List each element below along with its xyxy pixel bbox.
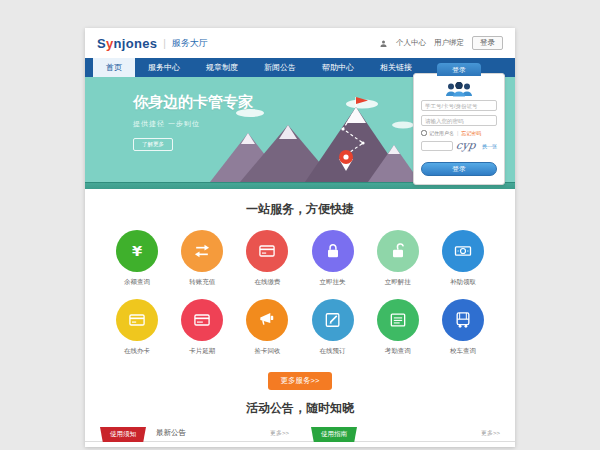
svg-text:¥: ¥ [132,242,143,259]
remember-label: 记住用户名 [429,130,454,136]
megaphone-icon[interactable] [246,299,288,341]
latest-announcements-tab[interactable]: 最新公告 [156,428,186,441]
service-item-balance[interactable]: ¥ 余额查询 [109,230,165,287]
service-label: 立即挂失 [305,278,361,287]
captcha-image[interactable]: cyp [455,139,476,152]
service-label: 在线办卡 [109,347,165,356]
service-item-attendance[interactable]: 考勤查询 [370,299,426,356]
services-section: 一站服务，方便快捷 ¥ 余额查询 转账充值 在线缴费 [85,189,515,390]
service-item-subsidy[interactable]: 补助领取 [435,230,491,287]
login-submit-button[interactable]: 登录 [421,162,497,176]
service-item-booking[interactable]: 在线预订 [305,299,361,356]
captcha-refresh-link[interactable]: 换一张 [482,143,497,149]
card-icon[interactable] [246,230,288,272]
logo-accent: y [106,36,114,51]
logo-divider: | [163,38,166,49]
hero-text: 你身边的卡管专家 提供捷径 一步到位 了解更多 [133,93,253,151]
hero-title: 你身边的卡管专家 [133,93,253,112]
list-icon[interactable] [377,299,419,341]
more-services-button[interactable]: 更多服务>> [268,372,333,390]
service-item-card-recycle[interactable]: 捡卡回收 [239,299,295,356]
service-label: 卡片延期 [174,347,230,356]
remember-row: 记住用户名 | 忘记密码 [421,130,497,136]
service-label: 校车查询 [435,347,491,356]
hero-subtitle: 提供捷径 一步到位 [133,119,253,129]
usage-notice-ribbon[interactable]: 使用须知 [100,427,146,442]
page-bottom-spacer [85,442,515,447]
user-bind-link[interactable]: 用户绑定 [434,38,464,48]
nav-item-help[interactable]: 帮助中心 [309,58,367,77]
service-label: 转账充值 [174,278,230,287]
nav-item-rules[interactable]: 规章制度 [193,58,251,77]
right-more-link[interactable]: 更多>> [481,429,500,441]
left-more-link[interactable]: 更多>> [270,429,289,441]
transfer-arrows-icon[interactable] [181,230,223,272]
service-label: 考勤查询 [370,347,426,356]
service-item-card-extend[interactable]: 卡片延期 [174,299,230,356]
user-icon [379,39,388,48]
service-label: 补助领取 [435,278,491,287]
forgot-password-link[interactable]: 忘记密码 [461,130,481,136]
captcha-row: cyp 换一张 [421,139,497,152]
service-item-school-bus[interactable]: 校车查询 [435,299,491,356]
lock-icon[interactable] [312,230,354,272]
announcement-right-column: 使用指南 更多>> [311,427,500,441]
services-row-1: ¥ 余额查询 转账充值 在线缴费 立即挂失 [85,230,515,287]
header-login-button[interactable]: 登录 [472,36,503,50]
services-row-2: 在线办卡 卡片延期 捡卡回收 在线预订 [85,299,515,356]
service-label: 捡卡回收 [239,347,295,356]
service-label: 在线缴费 [239,278,295,287]
portal-name: 服务大厅 [172,37,208,50]
card-icon[interactable] [116,299,158,341]
personal-center-link[interactable]: 个人中心 [396,38,426,48]
hero-banner: 你身边的卡管专家 提供捷径 一步到位 了解更多 [85,77,515,189]
more-services-wrap: 更多服务>> [85,369,515,390]
header-links: 个人中心 用户绑定 登录 [379,36,503,50]
announcements-section: 活动公告，随时知晓 使用须知 最新公告 更多>> 使用指南 更多>> [85,400,515,447]
service-label: 在线预订 [305,347,361,356]
page-container: Synjones | 服务大厅 个人中心 用户绑定 登录 首页 服务中心 规章制… [85,28,515,447]
service-item-report-loss[interactable]: 立即挂失 [305,230,361,287]
announcement-left-column: 使用须知 最新公告 更多>> [100,427,289,441]
account-input[interactable] [421,100,497,111]
nav-item-news[interactable]: 新闻公告 [251,58,309,77]
service-item-apply-card[interactable]: 在线办卡 [109,299,165,356]
nav-item-service-center[interactable]: 服务中心 [135,58,193,77]
login-tab[interactable]: 登录 [437,63,481,76]
service-label: 余额查询 [109,278,165,287]
password-input[interactable] [421,115,497,126]
users-icon [421,82,497,97]
logo-text-rest: njones [114,36,158,51]
captcha-input[interactable] [421,141,453,151]
service-item-pay[interactable]: 在线缴费 [239,230,295,287]
announcement-tabs: 使用须知 最新公告 更多>> 使用指南 更多>> [85,427,515,442]
top-header: Synjones | 服务大厅 个人中心 用户绑定 登录 [85,28,515,58]
unlock-icon[interactable] [377,230,419,272]
yuan-icon[interactable]: ¥ [116,230,158,272]
service-label: 立即解挂 [370,278,426,287]
service-item-unfreeze[interactable]: 立即解挂 [370,230,426,287]
banknote-icon[interactable] [442,230,484,272]
card-icon[interactable] [181,299,223,341]
edit-icon[interactable] [312,299,354,341]
remember-checkbox[interactable] [421,130,427,136]
logo-text: S [97,36,106,51]
brand-logo[interactable]: Synjones [97,36,157,51]
services-heading: 一站服务，方便快捷 [85,201,515,218]
hero-cta-button[interactable]: 了解更多 [133,138,173,151]
announcements-heading: 活动公告，随时知晓 [85,400,515,417]
nav-item-home[interactable]: 首页 [93,58,135,77]
login-panel: 登录 记住用户名 | 忘记密码 cyp 换一张 [413,73,505,185]
remember-divider: | [457,130,458,136]
service-item-transfer[interactable]: 转账充值 [174,230,230,287]
bus-icon[interactable] [442,299,484,341]
usage-guide-ribbon[interactable]: 使用指南 [311,427,357,442]
